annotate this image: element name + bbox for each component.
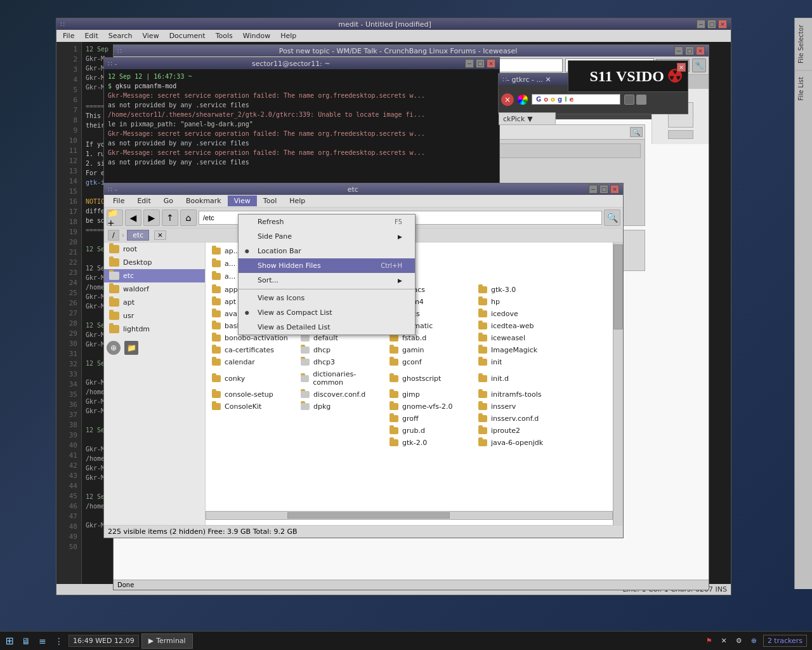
medit-menu-document[interactable]: Document (164, 30, 211, 41)
medit-menu-file[interactable]: File (58, 30, 79, 41)
list-item[interactable]: java-6-openjdk (475, 437, 563, 449)
list-item[interactable]: gimp (386, 388, 475, 401)
browser-addon-icon[interactable]: 🔧 (692, 58, 706, 72)
taskbar-tray-icon-3[interactable]: ⚙ (733, 635, 745, 646)
medit-minimize-button[interactable]: − (697, 20, 705, 29)
browser-maximize-button[interactable]: □ (685, 46, 694, 55)
taskbar-icon-3[interactable]: ≡ (36, 634, 49, 648)
file-selector-tab[interactable]: File Selector (795, 18, 812, 70)
fm-close-button[interactable]: × (610, 185, 619, 194)
list-item[interactable]: conky (208, 368, 297, 388)
list-item[interactable]: iproute2 (475, 425, 563, 437)
list-item[interactable]: dpkg (297, 401, 386, 413)
list-item[interactable]: ConsoleKit (208, 401, 297, 413)
fm-location-etc[interactable]: etc (127, 230, 149, 241)
fm-home-button[interactable]: ⌂ (180, 209, 197, 226)
list-item[interactable]: ca-certificates (208, 344, 297, 356)
view-menu-show-hidden[interactable]: Show Hidden Files Ctrl+H (239, 258, 415, 273)
ckpick-label[interactable]: ckPick (503, 115, 525, 123)
list-item[interactable]: icedtea-web (475, 320, 563, 332)
list-item[interactable]: calendar (208, 356, 297, 368)
medit-menu-view[interactable]: View (138, 30, 164, 41)
list-item[interactable]: dhcp (297, 344, 386, 356)
fm-up-button[interactable]: ↑ (162, 209, 178, 226)
fm-new-folder-button[interactable]: 📁+ (107, 209, 123, 226)
medit-menu-search[interactable]: Search (103, 30, 138, 41)
list-item[interactable]: groff (386, 413, 475, 425)
list-item[interactable]: iceweasel (475, 332, 563, 344)
taskbar-system-icon[interactable]: ⊞ (3, 634, 16, 648)
fm-search-button[interactable]: 🔍 (604, 209, 620, 226)
medit-maximize-button[interactable]: □ (707, 20, 716, 29)
fm-sidebar-item-apt[interactable]: apt (104, 296, 205, 309)
list-item[interactable]: ghostscript (386, 368, 475, 388)
list-item[interactable]: icedove (475, 308, 563, 320)
taskbar-tray-icon-4[interactable]: ⊕ (749, 635, 759, 646)
terminal-close-button[interactable]: × (487, 59, 495, 68)
list-item[interactable]: init (475, 356, 563, 368)
view-menu-sort[interactable]: Sort... ▶ (239, 273, 415, 288)
view-menu-refresh[interactable]: Refresh F5 (239, 215, 415, 229)
list-item[interactable]: grub.d (386, 425, 475, 437)
view-menu-side-pane[interactable]: Side Pane ▶ (239, 229, 415, 244)
fm-sidebar-item-root[interactable]: root (104, 242, 205, 256)
taskbar-tray-icon-1[interactable]: ⚑ (704, 635, 715, 646)
view-menu-location-bar[interactable]: Location Bar (239, 244, 415, 258)
taskbar-tray-icon-2[interactable]: ✕ (719, 635, 730, 646)
fm-sidebar-item-lightdm[interactable]: lightdm (104, 322, 205, 336)
fm-scrollbar[interactable] (613, 242, 623, 525)
fm-menu-edit[interactable]: Edit (131, 196, 157, 206)
list-item[interactable]: dictionaries-common (297, 368, 386, 388)
fm-sidebar-icon-1[interactable]: ⊕ (107, 341, 121, 355)
list-item[interactable]: gnome-vfs-2.0 (386, 401, 475, 413)
list-item[interactable]: discover.conf.d (297, 388, 386, 401)
vsido-close-button[interactable]: × (677, 63, 686, 72)
list-item[interactable]: insserv (475, 401, 563, 413)
medit-menu-edit[interactable]: Edit (79, 30, 103, 41)
fm-sidebar-icon-2[interactable]: 📁 (124, 341, 138, 355)
list-item[interactable]: init.d (475, 368, 563, 388)
taskbar-terminal-button[interactable]: ▶ Terminal (141, 633, 193, 649)
list-item[interactable]: dhcp3 (297, 356, 386, 368)
fm-minimize-button[interactable]: − (589, 185, 598, 194)
browser-minimize-button[interactable]: − (674, 46, 683, 55)
list-item[interactable]: ImageMagick (475, 344, 563, 356)
list-item[interactable]: insserv.conf.d (475, 413, 563, 425)
fm-menu-bookmark[interactable]: Bookmark (180, 196, 228, 206)
terminal-minimize-button[interactable]: − (465, 59, 474, 68)
list-item[interactable]: gtk-2.0 (386, 437, 475, 449)
fm-menu-go[interactable]: Go (157, 196, 180, 206)
terminal-maximize-button[interactable]: □ (476, 59, 485, 68)
fm-menu-help[interactable]: Help (283, 196, 311, 206)
list-item[interactable]: gconf (386, 356, 475, 368)
medit-menu-window[interactable]: Window (238, 30, 275, 41)
file-list-tab[interactable]: File List (795, 70, 812, 107)
fm-menu-view[interactable]: View (228, 196, 257, 206)
taskbar-icon-4[interactable]: ⋮ (52, 634, 66, 648)
browser-close-button[interactable]: × (696, 46, 705, 55)
fm-maximize-button[interactable]: □ (599, 185, 608, 194)
list-item[interactable]: gtk-3.0 (475, 284, 563, 296)
trackers-button[interactable]: 2 trackers (763, 635, 807, 647)
fm-sidebar-item-waldorf[interactable]: waldorf (104, 282, 205, 296)
list-item[interactable]: gamin (386, 344, 475, 356)
gtkrc-google-input[interactable] (576, 96, 614, 103)
medit-menu-tools[interactable]: Tools (211, 30, 238, 41)
view-menu-view-icons[interactable]: View as Icons (239, 291, 415, 305)
list-item[interactable]: hp (475, 296, 563, 308)
fm-back-button[interactable]: ◀ (125, 209, 141, 226)
fm-sidebar-item-etc[interactable]: etc (104, 269, 205, 282)
medit-menu-help[interactable]: Help (275, 30, 301, 41)
list-item[interactable]: console-setup (208, 388, 297, 401)
fm-sidebar-item-usr[interactable]: usr (104, 309, 205, 322)
fm-menu-file[interactable]: File (107, 196, 131, 206)
fm-menu-tool[interactable]: Tool (257, 196, 283, 206)
taskbar-icon-2[interactable]: 🖥 (19, 634, 33, 648)
view-menu-detailed-list[interactable]: View as Detailed List (239, 320, 415, 335)
medit-close-button[interactable]: × (718, 20, 727, 29)
list-item[interactable]: initramfs-tools (475, 388, 563, 401)
gtkrc-close-icon[interactable]: × (501, 93, 514, 106)
fm-sidebar-item-desktop[interactable]: Desktop (104, 256, 205, 269)
fm-location-root[interactable]: / (108, 230, 119, 241)
view-menu-compact-list[interactable]: View as Compact List (239, 305, 415, 320)
